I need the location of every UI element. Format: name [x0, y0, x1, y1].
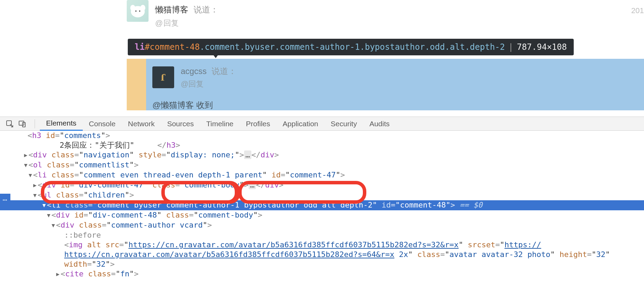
says-label: 说道：: [194, 5, 218, 14]
tab-elements[interactable]: Elements: [40, 117, 83, 131]
comment-author[interactable]: 懒猫博客 说道：: [155, 4, 218, 15]
reply-link[interactable]: @回复: [181, 79, 204, 89]
says-label: 说道：: [212, 66, 236, 76]
comment-text: @懒猫博客 收到: [152, 100, 213, 111]
comment-author[interactable]: acgcss 说道：: [181, 66, 236, 77]
avatar: J: [152, 66, 174, 88]
separator: [35, 119, 35, 128]
tab-audits[interactable]: Audits: [363, 117, 396, 131]
tooltip-arrow: [213, 54, 219, 58]
highlight-padding: [127, 59, 146, 110]
comment-date-partial: 2016年: [631, 6, 644, 16]
inspector-tooltip: li#comment-48.comment.byuser.comment-aut…: [128, 39, 574, 55]
tab-network[interactable]: Network: [122, 117, 161, 131]
svg-point-4: [139, 10, 140, 12]
devtools-tabs: Elements Console Network Sources Timelin…: [0, 117, 644, 131]
selected-dom-node[interactable]: ▼<li class="comment byuser comment-autho…: [0, 200, 644, 210]
svg-point-2: [140, 4, 145, 11]
tab-timeline[interactable]: Timeline: [200, 117, 240, 131]
reply-link[interactable]: @回复: [155, 18, 179, 28]
tab-console[interactable]: Console: [83, 117, 122, 131]
tab-profiles[interactable]: Profiles: [240, 117, 276, 131]
devtools-panel: Elements Console Network Sources Timelin…: [0, 117, 644, 303]
tab-application[interactable]: Application: [276, 117, 324, 131]
rendered-page: 懒猫博客 说道： @回复 2016年 li#comment-48.comment…: [0, 0, 644, 117]
tab-sources[interactable]: Sources: [161, 117, 200, 131]
svg-point-1: [130, 4, 135, 11]
svg-point-3: [135, 10, 136, 12]
device-toolbar-icon[interactable]: [17, 119, 27, 129]
dom-tree[interactable]: <h3 id="comments"> 2条回应："关于我们" </h3> ▶<d…: [0, 131, 644, 279]
avatar: [127, 0, 149, 22]
comment-1: 懒猫博客 说道： @回复 2016年: [127, 0, 644, 37]
gutter-overflow-icon[interactable]: …: [0, 194, 10, 203]
inspect-icon[interactable]: [5, 119, 15, 129]
svg-rect-6: [19, 121, 24, 125]
inspect-highlight: J acgcss 说道： @回复 2016年 @懒猫博客 收到: [127, 59, 644, 110]
tab-security[interactable]: Security: [324, 117, 363, 131]
